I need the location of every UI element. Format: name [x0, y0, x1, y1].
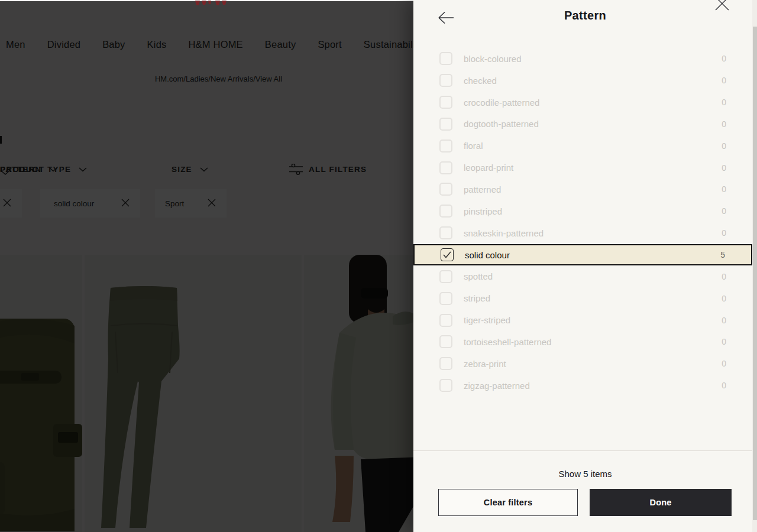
pattern-option-row[interactable]: spotted 0: [413, 265, 752, 287]
pattern-option-row[interactable]: block-coloured 0: [413, 48, 752, 70]
pattern-option-row[interactable]: pinstriped 0: [413, 200, 752, 222]
pattern-option-label: checked: [464, 76, 497, 86]
pattern-option-label: pinstriped: [464, 206, 502, 216]
checkbox[interactable]: [439, 335, 452, 348]
pattern-option-count: 0: [722, 337, 726, 346]
pattern-option-count: 0: [722, 294, 726, 303]
pattern-option-row[interactable]: zebra-print 0: [413, 353, 752, 375]
pattern-option-count: 5: [720, 250, 725, 259]
panel-title: Pattern: [413, 9, 757, 22]
pattern-option-count: 0: [722, 163, 726, 173]
pattern-option-label: zebra-print: [464, 359, 506, 369]
checkbox[interactable]: [439, 96, 452, 109]
pattern-option-row[interactable]: patterned 0: [413, 179, 752, 200]
pattern-option-row[interactable]: solid colour 5: [413, 244, 752, 266]
pattern-option-label: striped: [464, 293, 490, 303]
panel-scrollbar[interactable]: [752, 0, 757, 532]
checkbox[interactable]: [439, 140, 452, 153]
pattern-option-label: crocodile-patterned: [464, 98, 539, 108]
pattern-option-count: 0: [722, 206, 726, 216]
hm-filter-screen: MenDividedBabyKidsH&M HOMEBeautySportSus…: [0, 0, 757, 532]
pattern-option-label: tiger-striped: [464, 315, 510, 325]
hm-logo-icon[interactable]: [194, 1, 231, 6]
checkbox[interactable]: [439, 205, 452, 218]
pattern-option-label: floral: [464, 141, 483, 151]
pattern-option-count: 0: [722, 316, 726, 325]
pattern-option-label: block-coloured: [464, 54, 522, 64]
pattern-option-count: 0: [722, 184, 726, 194]
pattern-option-count: 0: [722, 141, 726, 151]
pattern-option-label: snakeskin-patterned: [464, 228, 544, 238]
checkbox[interactable]: [439, 183, 452, 196]
pattern-option-row[interactable]: tortoiseshell-patterned 0: [413, 331, 752, 353]
pattern-option-label: spotted: [464, 271, 493, 281]
pattern-option-row[interactable]: zigzag-patterned 0: [413, 375, 752, 397]
checkbox[interactable]: [439, 357, 452, 370]
show-items-summary: Show 5 items: [413, 469, 757, 479]
pattern-option-row[interactable]: leopard-print 0: [413, 157, 752, 179]
checkmark-icon: [443, 251, 451, 258]
pattern-option-label: dogtooth-patterned: [464, 119, 539, 129]
checkbox[interactable]: [439, 314, 452, 327]
checkbox[interactable]: [439, 118, 452, 131]
close-icon[interactable]: [714, 0, 730, 11]
pattern-option-label: leopard-print: [464, 163, 513, 173]
pattern-option-row[interactable]: tiger-striped 0: [413, 309, 752, 331]
checkbox[interactable]: [439, 52, 452, 65]
pattern-option-count: 0: [722, 54, 726, 63]
pattern-option-row[interactable]: checked 0: [413, 70, 752, 92]
pattern-option-count: 0: [722, 272, 726, 281]
pattern-option-count: 0: [722, 98, 726, 107]
pattern-option-row[interactable]: snakeskin-patterned 0: [413, 222, 752, 244]
scrollbar-thumb[interactable]: [753, 27, 757, 520]
pattern-option-row[interactable]: striped 0: [413, 287, 752, 309]
pattern-option-row[interactable]: crocodile-patterned 0: [413, 92, 752, 113]
pattern-option-count: 0: [722, 76, 726, 85]
pattern-option-label: tortoiseshell-patterned: [464, 337, 551, 347]
pattern-option-count: 0: [722, 228, 726, 238]
pattern-option-row[interactable]: floral 0: [413, 135, 752, 157]
pattern-option-row[interactable]: dogtooth-patterned 0: [413, 113, 752, 135]
pattern-option-label: solid colour: [465, 250, 510, 260]
checkbox[interactable]: [439, 270, 452, 283]
pattern-option-count: 0: [722, 359, 726, 368]
checkbox[interactable]: [439, 379, 452, 392]
pattern-option-list: block-coloured 0 checked 0: [413, 48, 752, 397]
pattern-option-label: zigzag-patterned: [464, 381, 530, 391]
checkbox[interactable]: [439, 226, 452, 239]
pattern-option-count: 0: [722, 119, 726, 129]
checkbox[interactable]: [441, 248, 454, 261]
footer-divider: [413, 450, 757, 451]
done-button[interactable]: Done: [590, 489, 732, 516]
checkbox[interactable]: [439, 161, 452, 174]
checkbox[interactable]: [439, 74, 452, 87]
clear-filters-button[interactable]: Clear filters: [438, 489, 578, 516]
pattern-option-count: 0: [722, 381, 726, 390]
pattern-option-label: patterned: [464, 184, 501, 194]
checkbox[interactable]: [439, 292, 452, 305]
pattern-filter-panel: Pattern block-coloured 0: [413, 0, 757, 532]
